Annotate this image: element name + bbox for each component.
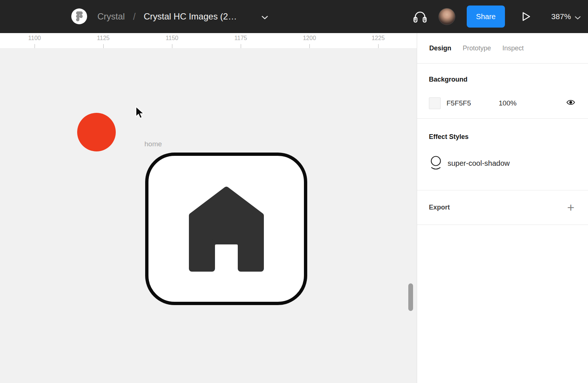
ruler-tick: 1150 [157,33,187,48]
ruler-tick: 1100 [20,33,49,48]
export-section-title: Export [429,204,450,211]
effect-style-name: super-cool-shadow [448,159,510,168]
red-ellipse-shape[interactable] [77,113,116,151]
ruler-tick: 1200 [295,33,324,48]
panel-tabs: Design Prototype Inspect [429,33,524,63]
present-play-button[interactable] [522,11,531,23]
tab-inspect[interactable]: Inspect [502,44,524,52]
file-menu-chevron-icon[interactable] [262,14,268,21]
figma-logo-icon[interactable] [71,8,87,24]
canvas[interactable]: home [0,48,417,383]
ruler-tick: 1125 [89,33,118,48]
ruler-tick-mark [241,44,241,48]
background-opacity-value[interactable]: 100% [499,97,517,109]
ruler-tick: 1225 [363,33,393,48]
add-export-plus-icon[interactable]: + [567,201,574,214]
drop-shadow-style-icon [430,155,441,171]
export-section: Export + [417,190,588,225]
ruler-tick-label: 1200 [295,35,324,42]
ruler-tick-mark [103,44,104,48]
share-button[interactable]: Share [467,6,505,28]
ruler-tick-label: 1225 [363,35,393,42]
ruler-tick-label: 1150 [157,35,187,42]
ruler-tick-mark [35,44,35,48]
background-section-title: Background [429,76,467,83]
effect-style-row[interactable]: super-cool-shadow [430,154,510,172]
home-icon-frame[interactable] [145,153,307,305]
vertical-scrollbar[interactable] [408,283,413,311]
breadcrumb-file-name[interactable]: Crystal HC Images (2… [144,0,237,33]
breadcrumb-project[interactable]: Crystal [97,0,125,33]
horizontal-ruler: 1100 1125 1150 1175 1200 1225 [0,33,417,48]
toolbar: Crystal / Crystal HC Images (2… Share 38… [0,0,588,33]
frame-label[interactable]: home [144,140,162,148]
divider [417,63,588,64]
background-color-swatch[interactable] [429,97,441,109]
ruler-tick-label: 1175 [226,35,255,42]
figma-logo-glyph [76,11,83,21]
breadcrumb-separator: / [133,0,136,33]
tab-prototype[interactable]: Prototype [463,44,491,52]
ruler-tick-label: 1125 [89,35,118,42]
ruler-tick-mark [378,44,379,48]
avatar[interactable] [438,8,455,25]
ruler-tick-label: 1100 [20,35,49,42]
visibility-eye-icon[interactable] [566,99,575,107]
divider [417,118,588,119]
effect-styles-section-title: Effect Styles [429,133,469,141]
zoom-level-value[interactable]: 387% [551,0,571,33]
background-hex-value[interactable]: F5F5F5 [447,97,471,109]
zoom-menu-chevron-icon[interactable] [575,15,581,21]
divider [417,225,588,225]
home-icon [189,186,264,272]
ruler-tick-mark [172,44,172,48]
ruler-tick-mark [309,44,310,48]
mouse-cursor-icon [135,106,145,121]
audio-call-button[interactable] [413,10,427,25]
tab-design[interactable]: Design [429,44,451,52]
right-sidebar: Design Prototype Inspect Background F5F5… [417,33,588,383]
ruler-tick: 1175 [226,33,255,48]
